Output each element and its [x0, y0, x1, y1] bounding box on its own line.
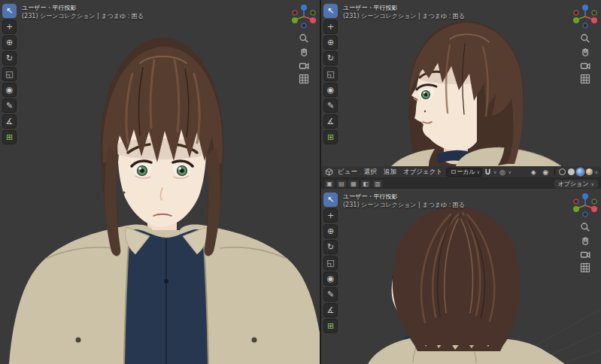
tool-add-cube-button[interactable]: ⊞	[323, 319, 338, 333]
options-dropdown[interactable]: オプション ∨	[554, 180, 598, 188]
transform-tool-icon: ◉	[327, 86, 335, 94]
menu-add[interactable]: 追加	[381, 168, 399, 177]
tool-transform-button[interactable]: ◉	[323, 83, 338, 97]
shading-rendered-button[interactable]	[586, 168, 593, 175]
tool-cursor-button[interactable]: +	[2, 20, 17, 34]
navigation-gizmo[interactable]	[290, 3, 317, 30]
add-cube-tool-icon: ⊞	[6, 133, 13, 141]
tool-select-button[interactable]: ↖	[323, 4, 338, 18]
navigation-gizmo[interactable]	[572, 3, 599, 30]
character-back-render[interactable]	[321, 189, 601, 364]
add-cube-tool-icon: ⊞	[327, 322, 334, 330]
tool-move-button[interactable]: ⊕	[2, 35, 17, 50]
snap-magnet-icon[interactable]	[483, 167, 493, 177]
viewport-back[interactable]: ユーザー・平行投影 (231) シーンコレクション | まつまゆ : 困る ↖ …	[321, 189, 601, 364]
tool-move-button[interactable]: ⊕	[323, 35, 338, 50]
blender-window: ユーザー・平行投影 (231) シーンコレクション | まつまゆ : 困る ↖ …	[0, 0, 601, 364]
transform-tool-icon: ◉	[6, 86, 14, 94]
annotate-tool-icon: ✎	[327, 102, 334, 110]
measure-tool-icon: ∡	[6, 117, 14, 126]
select-tool-icon: ↖	[327, 7, 334, 15]
tool-move-button[interactable]: ⊕	[323, 224, 338, 238]
transform-orientation-dropdown[interactable]: ローカル ∨	[446, 168, 482, 177]
pan-hand-icon[interactable]	[299, 46, 310, 57]
zoom-icon[interactable]	[580, 221, 591, 232]
tool-cursor-button[interactable]: +	[323, 208, 338, 223]
character-front-render[interactable]	[0, 0, 320, 364]
zoom-icon[interactable]	[580, 32, 591, 44]
menu-view[interactable]: ビュー	[335, 168, 360, 177]
header-right-cluster: ◈ ◉ ∨	[529, 167, 598, 177]
header-tool-settings-row: ▣ ▤ ▦ ◧ ▥ オプション ∨	[321, 178, 601, 189]
options-label: オプション	[558, 180, 589, 188]
tool-select-button[interactable]: ↖	[2, 4, 17, 18]
rotate-tool-icon: ↻	[327, 54, 334, 62]
quick-glyph: ▣	[326, 180, 332, 187]
tool-add-cube-button[interactable]: ⊞	[323, 130, 338, 144]
proportional-editing-icon[interactable]: ◎	[498, 167, 508, 177]
tool-rotate-button[interactable]: ↻	[323, 51, 338, 65]
quick-glyph: ▤	[338, 180, 345, 187]
tool-scale-button[interactable]: ◱	[323, 67, 338, 81]
pan-hand-icon[interactable]	[580, 235, 591, 246]
tool-cursor-button[interactable]: +	[323, 20, 338, 34]
chevron-down-icon[interactable]: ∨	[508, 169, 511, 174]
tool-measure-button[interactable]: ∡	[323, 303, 338, 317]
tool-scale-button[interactable]: ◱	[2, 67, 17, 81]
quick-glyph: ◧	[363, 180, 369, 187]
tool-transform-button[interactable]: ◉	[323, 271, 338, 286]
scale-tool-icon: ◱	[326, 70, 334, 78]
viewport-nav	[290, 3, 317, 84]
tool-annotate-button[interactable]: ✎	[323, 287, 338, 302]
tool-scale-button[interactable]: ◱	[323, 256, 338, 270]
tool-measure-button[interactable]: ∡	[323, 114, 338, 129]
navigation-gizmo[interactable]	[572, 192, 599, 219]
quick-toggle-icon-4[interactable]: ◧	[360, 180, 371, 188]
shading-wireframe-button[interactable]	[559, 168, 566, 175]
pan-hand-icon[interactable]	[580, 46, 591, 57]
chevron-down-icon[interactable]: ∨	[493, 169, 496, 174]
tool-select-button[interactable]: ↖	[323, 193, 338, 207]
quick-toggle-icon-3[interactable]: ▦	[348, 180, 359, 188]
add-cube-tool-icon: ⊞	[327, 133, 334, 141]
camera-view-icon[interactable]	[299, 59, 310, 71]
move-tool-icon: ⊕	[327, 227, 334, 235]
camera-view-icon[interactable]	[580, 248, 591, 259]
shading-solid-button[interactable]	[568, 168, 575, 175]
show-overlays-icon[interactable]: ◉	[541, 167, 551, 177]
shading-material-button[interactable]	[577, 168, 584, 175]
quick-toggle-icon-5[interactable]: ▥	[372, 180, 383, 188]
ortho-grid-icon[interactable]	[580, 262, 591, 273]
divider	[554, 168, 555, 176]
show-gizmo-icon[interactable]: ◈	[529, 167, 539, 177]
cursor-tool-icon: +	[6, 23, 13, 31]
tool-shelf: ↖ + ⊕ ↻ ◱ ◉ ✎ ∡ ⊞	[323, 4, 338, 144]
select-tool-icon: ↖	[327, 196, 334, 204]
tool-add-cube-button[interactable]: ⊞	[2, 130, 17, 144]
menu-object[interactable]: オブジェクト	[400, 168, 445, 177]
ortho-grid-icon[interactable]	[580, 73, 591, 84]
ortho-grid-icon[interactable]	[299, 73, 310, 84]
tool-rotate-button[interactable]: ↻	[2, 51, 17, 65]
quick-toggle-icon-2[interactable]: ▤	[336, 180, 347, 188]
camera-view-icon[interactable]	[580, 59, 591, 71]
tool-transform-button[interactable]: ◉	[2, 83, 17, 97]
tool-rotate-button[interactable]: ↻	[323, 240, 338, 254]
orientation-value: ローカル	[451, 168, 475, 176]
zoom-icon[interactable]	[299, 32, 310, 44]
character-three-quarter-render[interactable]	[321, 0, 601, 166]
viewport-nav	[572, 3, 599, 84]
quick-glyph: ▥	[375, 180, 381, 187]
menu-select[interactable]: 選択	[361, 168, 380, 177]
tool-annotate-button[interactable]: ✎	[323, 99, 338, 113]
quick-toggle-icon-1[interactable]: ▣	[324, 180, 335, 188]
chevron-down-icon[interactable]: ∨	[595, 169, 598, 174]
rotate-tool-icon: ↻	[327, 243, 334, 251]
viewport-three-quarter[interactable]: ユーザー・平行投影 (231) シーンコレクション | まつまゆ : 困る ↖ …	[321, 0, 601, 166]
tool-annotate-button[interactable]: ✎	[2, 99, 17, 113]
measure-tool-icon: ∡	[327, 306, 335, 314]
viewport-front[interactable]: ユーザー・平行投影 (231) シーンコレクション | まつまゆ : 困る ↖ …	[0, 0, 320, 364]
tool-measure-button[interactable]: ∡	[2, 114, 17, 129]
select-tool-icon: ↖	[6, 7, 13, 15]
editor-type-icon[interactable]	[324, 167, 334, 177]
